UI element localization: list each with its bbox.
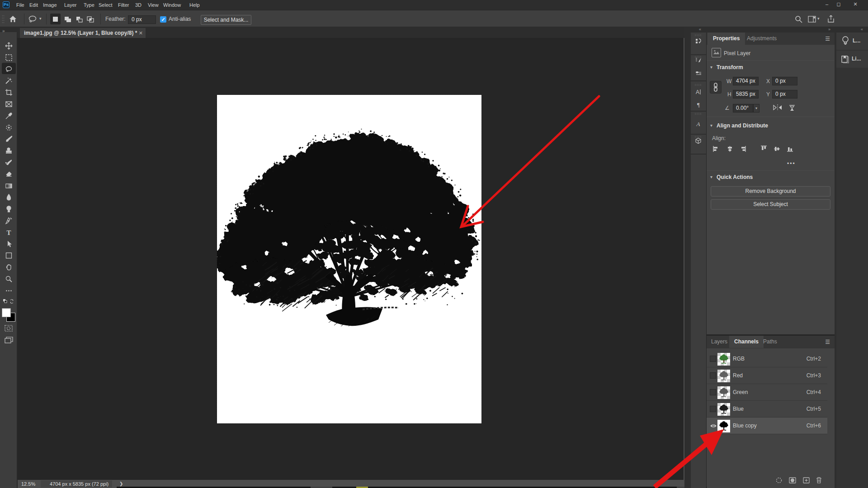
svg-text:¶: ¶ xyxy=(697,101,700,108)
svg-text:A: A xyxy=(696,89,699,95)
svg-text:T: T xyxy=(6,229,11,236)
svg-text:A: A xyxy=(696,121,700,127)
